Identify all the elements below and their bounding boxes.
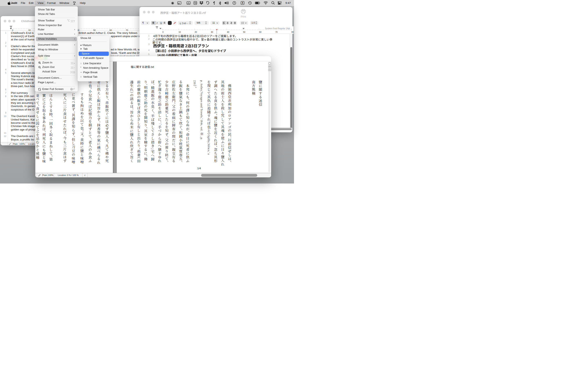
svg-text:A: A <box>242 2 243 4</box>
